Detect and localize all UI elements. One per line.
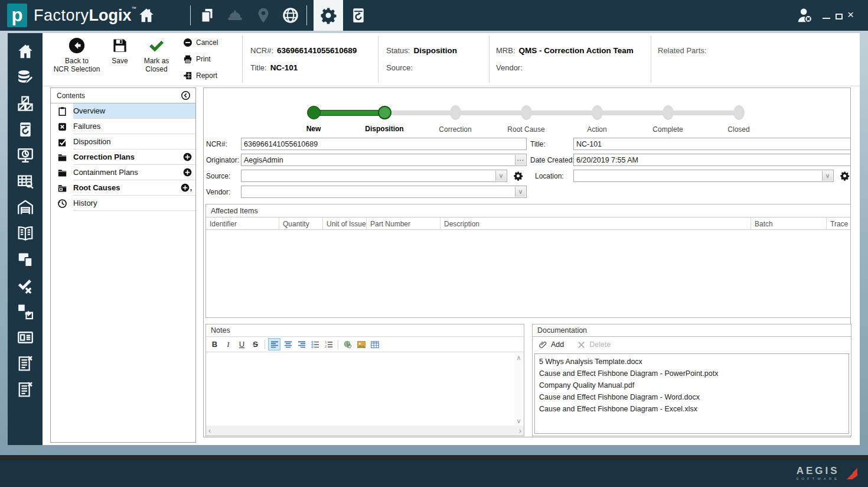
scroll-left-arrow[interactable]: ‹ <box>208 427 211 435</box>
location-pin-icon[interactable] <box>254 7 272 24</box>
folder-icon <box>51 165 73 180</box>
location-select[interactable] <box>574 170 833 181</box>
delete-document-button[interactable]: Delete <box>577 340 611 349</box>
insert-image-button[interactable] <box>355 338 367 350</box>
devices-copy-icon[interactable] <box>17 251 34 268</box>
data-grid-search-icon[interactable] <box>17 173 34 190</box>
insert-hyperlink-button[interactable] <box>341 338 354 350</box>
documentation-file[interactable]: Cause and Effect Fishbone Diagram - Exce… <box>535 403 849 415</box>
dashboard-monitor-icon[interactable] <box>17 147 34 164</box>
minimize-button[interactable] <box>823 18 830 19</box>
vendor-dropdown-arrow[interactable]: ∨ <box>515 187 526 197</box>
location-dropdown-arrow[interactable]: ∨ <box>822 171 833 181</box>
numbered-list-button[interactable]: 12 <box>322 338 335 350</box>
scroll-up-arrow[interactable]: ∧ <box>514 353 524 362</box>
affected-items-empty-body[interactable] <box>206 230 850 317</box>
column-trace[interactable]: Trace <box>827 217 850 229</box>
add-containment-plan-button[interactable] <box>183 168 192 177</box>
report-icon <box>183 71 192 80</box>
documentation-file[interactable]: Cause and Effect Fishbone Diagram - Powe… <box>535 368 849 379</box>
column-quantity[interactable]: Quantity <box>279 217 323 229</box>
notes-editor[interactable] <box>206 353 514 426</box>
bullet-list-button[interactable] <box>309 338 321 350</box>
device-sync-nav-icon[interactable] <box>17 121 34 138</box>
device-sync-icon[interactable] <box>350 7 367 24</box>
column-unit-of-issue[interactable]: Unit of Issue <box>323 217 367 229</box>
ribbon-toolbar: Back toNCR Selection Save Mark asClosed … <box>43 33 860 86</box>
title-input[interactable] <box>574 138 850 150</box>
strikethrough-button[interactable]: S <box>249 338 262 350</box>
contents-panel: Contents Overview Failures Disposition <box>50 87 196 443</box>
contents-item-failures[interactable]: Failures <box>51 119 195 134</box>
originator-input[interactable] <box>242 154 526 165</box>
add-correction-plan-button[interactable] <box>183 152 192 161</box>
ncr-number-input[interactable] <box>242 138 526 150</box>
contents-item-containment-plans[interactable]: Containment Plans <box>51 165 195 180</box>
warehouse-icon[interactable] <box>17 199 34 216</box>
notes-vertical-scrollbar[interactable]: ∧ ∨ <box>514 353 524 426</box>
documentation-file[interactable]: Cause and Effect Fishbone Diagram - Word… <box>535 391 849 403</box>
checklist-remove-icon-2[interactable] <box>17 381 34 398</box>
originator-field-label: Originator: <box>206 156 239 164</box>
bold-button[interactable]: B <box>208 338 221 350</box>
user-logout-icon[interactable] <box>796 7 814 24</box>
source-settings-gear-icon[interactable] <box>513 171 523 181</box>
home-nav-icon[interactable] <box>17 43 34 60</box>
location-settings-gear-icon[interactable] <box>840 171 850 181</box>
notes-horizontal-scrollbar[interactable]: ‹ › <box>206 426 524 436</box>
green-check-icon <box>148 37 165 54</box>
column-identifier[interactable]: Identifier <box>206 217 279 229</box>
documents-icon[interactable] <box>198 7 216 24</box>
save-button[interactable]: Save <box>106 37 133 65</box>
cancel-button[interactable]: Cancel <box>183 37 218 48</box>
scroll-down-arrow[interactable]: ∨ <box>514 416 524 426</box>
insert-table-button[interactable] <box>368 338 381 350</box>
open-book-icon[interactable] <box>17 225 34 242</box>
documentation-file[interactable]: Company Quality Manual.pdf <box>535 379 849 391</box>
close-button[interactable]: × <box>847 7 854 22</box>
originator-browse-button[interactable]: ⋯ <box>515 155 526 165</box>
step-new: New <box>278 102 349 137</box>
column-part-number[interactable]: Part Number <box>367 217 440 229</box>
transfer-icon[interactable] <box>17 303 34 320</box>
database-edit-icon[interactable] <box>17 69 34 86</box>
contents-item-root-causes[interactable]: Root Causes , <box>51 180 195 196</box>
source-dropdown-arrow[interactable]: ∨ <box>495 171 506 181</box>
underline-button[interactable]: U <box>236 338 248 350</box>
align-center-button[interactable] <box>282 338 294 350</box>
hardhat-icon[interactable] <box>226 7 244 24</box>
check-x-icon[interactable] <box>17 277 34 294</box>
italic-button[interactable]: I <box>222 338 234 350</box>
contents-item-correction-plans[interactable]: Correction Plans <box>51 150 195 165</box>
overview-form-panel: New Disposition Correction Root Cause Ac… <box>203 87 851 437</box>
mark-as-closed-button[interactable]: Mark asClosed <box>137 37 176 73</box>
settings-tab-active[interactable] <box>314 0 343 31</box>
related-parts-label: Related Parts: <box>658 46 706 55</box>
back-to-ncr-selection-button[interactable]: Back toNCR Selection <box>53 37 100 73</box>
documentation-file[interactable]: 5 Whys Analysis Template.docx <box>535 356 849 368</box>
add-root-cause-button[interactable] <box>181 183 190 192</box>
column-description[interactable]: Description <box>440 217 751 229</box>
contents-item-history[interactable]: History <box>51 196 195 211</box>
add-document-button[interactable]: Add <box>539 340 564 349</box>
report-button[interactable]: Report <box>183 70 217 82</box>
date-created-input[interactable] <box>574 154 850 165</box>
home-icon[interactable] <box>138 7 155 24</box>
align-left-button[interactable] <box>268 338 280 350</box>
source-select[interactable] <box>242 170 507 181</box>
globe-icon[interactable] <box>282 7 299 24</box>
maximize-button[interactable] <box>836 14 843 20</box>
id-card-icon[interactable] <box>17 329 34 346</box>
crates-icon[interactable] <box>17 95 34 112</box>
vendor-select[interactable] <box>242 186 526 197</box>
mrb-value: QMS - Correction Action Team <box>519 46 634 55</box>
column-batch[interactable]: Batch <box>751 217 827 229</box>
paperclip-icon <box>539 340 547 349</box>
contents-item-overview[interactable]: Overview <box>51 103 195 119</box>
scroll-right-arrow[interactable]: › <box>519 427 521 435</box>
collapse-panel-icon[interactable] <box>181 90 191 100</box>
contents-item-disposition[interactable]: Disposition <box>51 134 195 150</box>
align-right-button[interactable] <box>295 338 308 350</box>
print-button[interactable]: Print <box>183 53 211 65</box>
checklist-remove-icon[interactable] <box>17 355 34 372</box>
